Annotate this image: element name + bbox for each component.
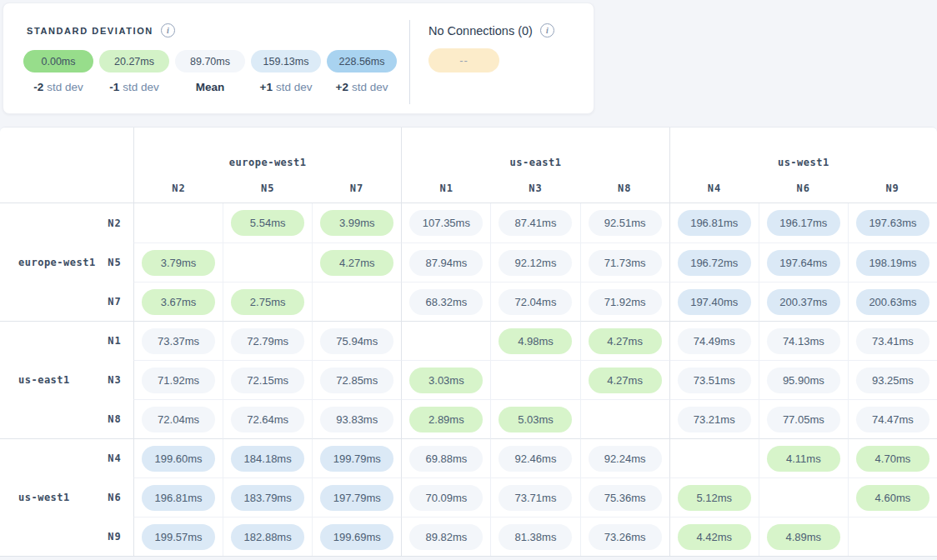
info-icon[interactable]: i (540, 23, 554, 38)
latency-value-pill[interactable]: 5.03ms (499, 407, 572, 432)
latency-value-pill[interactable]: 199.57ms (142, 524, 215, 550)
latency-value-pill[interactable]: 198.19ms (856, 250, 929, 276)
latency-value-pill[interactable]: 196.17ms (767, 210, 840, 236)
column-header-N6[interactable]: N6 (759, 182, 848, 194)
latency-value-pill[interactable]: 74.13ms (767, 328, 840, 354)
latency-value-pill[interactable]: 183.79ms (231, 485, 304, 511)
latency-value-pill[interactable]: 3.99ms (320, 210, 393, 236)
latency-value-pill[interactable]: 71.92ms (589, 289, 662, 315)
latency-value-pill[interactable]: 197.63ms (856, 210, 929, 236)
row-header-N9[interactable]: N9 (96, 517, 133, 556)
latency-value-pill[interactable]: 73.41ms (856, 328, 929, 354)
latency-value-pill[interactable]: 3.03ms (409, 368, 483, 393)
latency-value-pill[interactable]: 4.98ms (499, 328, 572, 354)
row-header-N8[interactable]: N8 (96, 399, 133, 438)
latency-value-pill[interactable]: 73.21ms (678, 407, 751, 432)
latency-value-pill[interactable]: 2.89ms (409, 407, 483, 432)
latency-value-pill[interactable]: 89.82ms (409, 524, 483, 550)
row-header-N7[interactable]: N7 (96, 282, 133, 321)
latency-value-pill[interactable]: 73.37ms (142, 328, 215, 354)
column-header-N8[interactable]: N8 (580, 182, 669, 194)
latency-cell-N2-N7: 3.99ms (312, 203, 401, 242)
latency-value-pill[interactable]: 184.18ms (231, 446, 304, 472)
latency-value-pill[interactable]: 197.40ms (678, 289, 751, 315)
latency-cell-N1-N2: 73.37ms (133, 321, 223, 360)
row-header-N5[interactable]: N5 (96, 242, 133, 282)
latency-value-pill[interactable]: 72.79ms (231, 328, 304, 354)
latency-value-pill[interactable]: 77.05ms (767, 407, 840, 432)
latency-value-pill[interactable]: 72.04ms (142, 407, 215, 432)
column-header-N2[interactable]: N2 (134, 182, 223, 194)
latency-value-pill[interactable]: 81.38ms (499, 524, 572, 550)
row-header-N6[interactable]: N6 (96, 478, 133, 517)
latency-value-pill[interactable]: 92.24ms (589, 446, 662, 472)
latency-value-pill[interactable]: 87.94ms (409, 250, 483, 276)
latency-value-pill[interactable]: 197.64ms (767, 250, 840, 276)
latency-value-pill[interactable]: 196.72ms (678, 250, 751, 276)
latency-value-pill[interactable]: 200.63ms (856, 289, 929, 315)
latency-value-pill[interactable]: 75.94ms (320, 328, 393, 354)
latency-cell-N2-N3: 87.41ms (490, 203, 579, 242)
latency-value-pill[interactable]: 74.47ms (856, 407, 929, 432)
latency-value-pill[interactable]: 92.51ms (589, 210, 662, 236)
latency-value-pill[interactable]: 72.64ms (231, 407, 304, 432)
latency-value-pill[interactable]: 182.88ms (231, 524, 304, 550)
latency-value-pill[interactable]: 5.54ms (231, 210, 304, 236)
latency-value-pill[interactable]: 199.79ms (320, 446, 393, 472)
latency-value-pill[interactable]: 4.27ms (320, 250, 393, 276)
latency-value-pill[interactable]: 107.35ms (409, 210, 483, 236)
latency-value-pill[interactable]: 200.37ms (767, 289, 840, 315)
latency-value-pill[interactable]: 74.49ms (678, 328, 751, 354)
latency-value-pill[interactable]: 5.12ms (678, 485, 751, 511)
latency-value-pill[interactable]: 75.36ms (589, 485, 662, 511)
latency-value-pill[interactable]: 73.51ms (678, 368, 751, 393)
latency-value-pill[interactable]: 199.60ms (142, 446, 215, 472)
latency-value-pill[interactable]: 4.11ms (767, 446, 840, 472)
row-header-N1[interactable]: N1 (96, 321, 133, 360)
column-header-N4[interactable]: N4 (670, 182, 759, 194)
info-icon[interactable]: i (161, 23, 175, 38)
latency-value-pill[interactable]: 4.27ms (589, 368, 662, 393)
latency-value-pill[interactable]: 4.89ms (767, 524, 840, 550)
column-header-N3[interactable]: N3 (491, 182, 580, 194)
latency-value-pill[interactable]: 72.04ms (499, 289, 572, 315)
column-header-N7[interactable]: N7 (313, 182, 402, 194)
latency-value-pill[interactable]: 4.27ms (589, 328, 662, 354)
latency-cell-N2-N2 (133, 203, 223, 242)
latency-value-pill[interactable]: 3.79ms (142, 250, 215, 276)
latency-value-pill[interactable]: 71.73ms (589, 250, 662, 276)
latency-value-pill[interactable]: 71.92ms (142, 368, 215, 393)
latency-value-pill[interactable]: 197.79ms (320, 485, 393, 511)
latency-value-pill[interactable]: 4.42ms (678, 524, 751, 550)
column-header-N5[interactable]: N5 (223, 182, 313, 194)
latency-value-pill[interactable]: 3.67ms (142, 289, 215, 315)
latency-cell-N5-N7: 4.27ms (312, 242, 401, 282)
latency-value-pill[interactable]: 73.71ms (499, 485, 572, 511)
latency-value-pill[interactable]: 87.41ms (499, 210, 572, 236)
latency-value-pill[interactable]: 196.81ms (142, 485, 215, 511)
latency-value-pill[interactable]: 68.32ms (409, 289, 483, 315)
latency-value-pill[interactable]: 4.60ms (856, 485, 929, 511)
latency-value-pill[interactable]: 95.90ms (767, 368, 840, 393)
legend-stop-label-suffix: std dev (352, 81, 388, 93)
latency-value-pill[interactable]: 70.09ms (409, 485, 483, 511)
latency-value-pill[interactable]: 72.85ms (320, 368, 393, 393)
column-header-N9[interactable]: N9 (848, 182, 937, 194)
column-header-N1[interactable]: N1 (402, 182, 491, 194)
latency-value-pill[interactable]: 73.26ms (589, 524, 662, 550)
row-header-N2[interactable]: N2 (96, 203, 133, 242)
latency-value-pill[interactable]: 4.70ms (856, 446, 929, 472)
row-header-N3[interactable]: N3 (96, 360, 133, 399)
latency-value-pill[interactable]: 92.46ms (499, 446, 572, 472)
row-header-N4[interactable]: N4 (96, 438, 133, 478)
latency-value-pill[interactable]: 69.88ms (409, 446, 483, 472)
latency-value-pill[interactable]: 72.15ms (231, 368, 304, 393)
latency-value-pill[interactable]: 93.83ms (320, 407, 393, 432)
latency-value-pill[interactable]: 2.75ms (231, 289, 304, 315)
row-group-us-east1: us-east1 (0, 321, 96, 438)
latency-value-pill[interactable]: 92.12ms (499, 250, 572, 276)
legend-stop-pill: 89.70ms (175, 50, 245, 72)
latency-value-pill[interactable]: 196.81ms (678, 210, 751, 236)
latency-value-pill[interactable]: 199.69ms (320, 524, 393, 550)
latency-value-pill[interactable]: 93.25ms (856, 368, 929, 393)
